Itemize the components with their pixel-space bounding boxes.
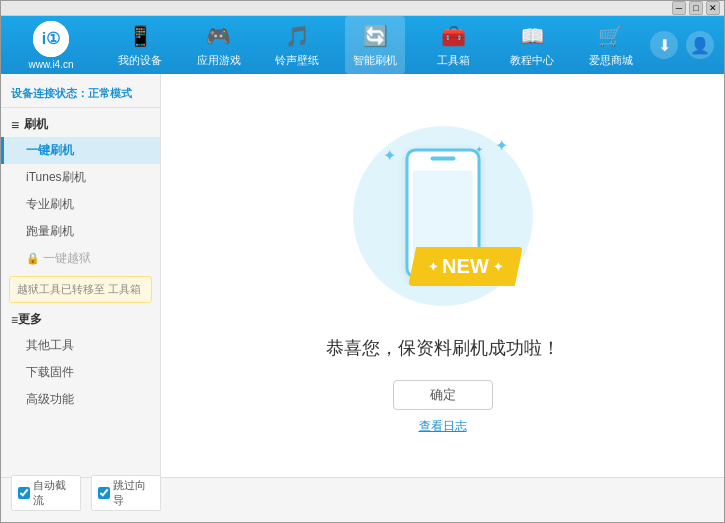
new-badge: NEW [408,247,523,286]
sparkle-icon-1: ✦ [495,136,508,155]
sidebar-item-download-firmware[interactable]: 下载固件 [1,359,160,386]
device-bar-left: 自动截流 跳过向导 📱 iPhone 12 mini 64GB Down-12m… [11,475,161,523]
auto-throttle-checkbox[interactable]: 自动截流 [11,475,81,511]
nav-store[interactable]: 🛒 爱思商城 [581,16,641,74]
skip-wizard-label: 跳过向导 [113,478,154,508]
toolbox-icon: 🧰 [440,22,468,50]
app-window: ─ □ ✕ i① www.i4.cn 📱 我的设备 🎮 应用游戏 [0,0,725,523]
logo[interactable]: i① www.i4.cn [11,21,91,70]
device-name: iPhone 12 mini [36,519,128,523]
nav-tutorial-label: 教程中心 [510,53,554,68]
nav-toolbox[interactable]: 🧰 工具箱 [424,16,484,74]
sidebar-item-itunes-flash[interactable]: iTunes刷机 [1,164,160,191]
flash-section-title[interactable]: ≡ 刷机 [1,112,160,137]
user-button[interactable]: 👤 [686,31,714,59]
nav-ringtone[interactable]: 🎵 铃声壁纸 [267,16,327,74]
logo-url: www.i4.cn [28,59,73,70]
header: i① www.i4.cn 📱 我的设备 🎮 应用游戏 🎵 铃声壁纸 🔄 智能刷机 [1,16,724,74]
sidebar-item-pro-flash[interactable]: 专业刷机 [1,191,160,218]
nav-smart-flash-label: 智能刷机 [353,53,397,68]
more-section-title[interactable]: ≡ 更多 [1,307,160,332]
auto-throttle-input[interactable] [18,487,30,499]
nav-store-label: 爱思商城 [589,53,633,68]
status-label: 设备连接状态： [11,87,88,99]
smart-flash-icon: 🔄 [361,22,389,50]
phone-screen [413,171,473,256]
store-icon: 🛒 [597,22,625,50]
flash-section-label: 刷机 [24,116,48,133]
sidebar-item-other-tools[interactable]: 其他工具 [1,332,160,359]
content-area: ✦ ✦ ✦ NEW 恭喜您，保资料刷机成功啦！ [161,74,724,477]
nav-tutorial[interactable]: 📖 教程中心 [502,16,562,74]
nav-bar: 📱 我的设备 🎮 应用游戏 🎵 铃声壁纸 🔄 智能刷机 🧰 工具箱 📖 [101,16,650,74]
body-wrapper: 设备连接状态：正常模式 ≡ 刷机 一键刷机 iTunes刷机 专业刷机 跑量刷机 [1,74,724,523]
title-bar: ─ □ ✕ [1,1,724,16]
logo-icon: i① [33,21,69,57]
warning-text: 越狱工具已转移至 工具箱 [17,283,141,295]
auto-throttle-label: 自动截流 [33,478,74,508]
sidebar-item-one-key-flash[interactable]: 一键刷机 [1,137,160,164]
more-section-icon: ≡ [11,313,18,327]
maximize-button[interactable]: □ [689,1,703,15]
success-message: 恭喜您，保资料刷机成功啦！ [326,336,560,360]
nav-my-device-label: 我的设备 [118,53,162,68]
flash-section-icon: ≡ [11,117,19,133]
new-badge-text: NEW [442,255,489,278]
sidebar-warning-box: 越狱工具已转移至 工具箱 [9,276,152,303]
ringtone-icon: 🎵 [283,22,311,50]
sidebar-item-one-key-restore: 🔒 一键越狱 [1,245,160,272]
skip-wizard-input[interactable] [98,487,110,499]
view-log-link[interactable]: 查看日志 [419,418,467,435]
header-right: ⬇ 👤 [650,31,714,59]
nav-ringtone-label: 铃声壁纸 [275,53,319,68]
tutorial-icon: 📖 [518,22,546,50]
device-info: iPhone 12 mini 64GB Down-12mini-13,1 [36,519,128,523]
close-button[interactable]: ✕ [706,1,720,15]
nav-toolbox-label: 工具箱 [437,53,470,68]
skip-wizard-checkbox[interactable]: 跳过向导 [91,475,161,511]
confirm-button[interactable]: 确定 [393,380,493,410]
phone-illustration: ✦ ✦ ✦ NEW [343,116,543,316]
download-button[interactable]: ⬇ [650,31,678,59]
nav-my-device[interactable]: 📱 我的设备 [110,16,170,74]
device-info-row: 📱 iPhone 12 mini 64GB Down-12mini-13,1 [11,519,161,523]
device-bar: 自动截流 跳过向导 📱 iPhone 12 mini 64GB Down-12m… [1,477,724,523]
minimize-button[interactable]: ─ [672,1,686,15]
main-area: 设备连接状态：正常模式 ≡ 刷机 一键刷机 iTunes刷机 专业刷机 跑量刷机 [1,74,724,477]
status-value: 正常模式 [88,87,132,99]
nav-smart-flash[interactable]: 🔄 智能刷机 [345,16,405,74]
my-device-icon: 📱 [126,22,154,50]
sidebar-item-data-flash[interactable]: 跑量刷机 [1,218,160,245]
lock-icon: 🔒 [26,252,40,265]
phone-notch [430,156,455,160]
nav-apps-games-label: 应用游戏 [197,53,241,68]
sidebar: 设备连接状态：正常模式 ≡ 刷机 一键刷机 iTunes刷机 专业刷机 跑量刷机 [1,74,161,477]
sidebar-item-advanced[interactable]: 高级功能 [1,386,160,413]
svg-text:i①: i① [42,30,60,47]
title-bar-controls: ─ □ ✕ [672,1,720,15]
more-section-label: 更多 [18,311,42,328]
sparkle-icon-2: ✦ [383,146,396,165]
checkboxes: 自动截流 跳过向导 [11,475,161,511]
apps-games-icon: 🎮 [205,22,233,50]
connection-status: 设备连接状态：正常模式 [1,82,160,108]
nav-apps-games[interactable]: 🎮 应用游戏 [189,16,249,74]
